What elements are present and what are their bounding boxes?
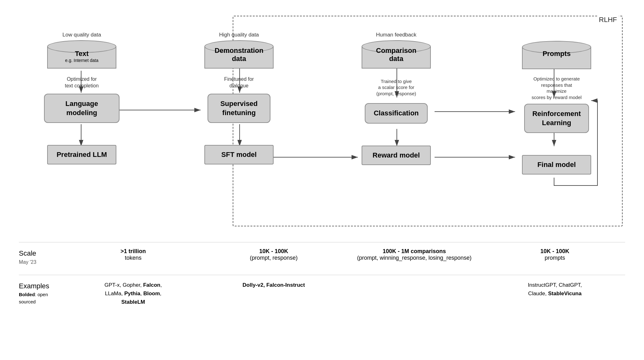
- col1-process-box: Language modeling: [44, 94, 119, 123]
- example-val-1: GPT-x, Gopher, Falcon,LLaMa, Pythia, Blo…: [63, 281, 203, 307]
- examples-row: Examples Bolded: opensourced GPT-x, Goph…: [19, 275, 625, 307]
- col3: Human feedback Comparisondata Trained to…: [355, 31, 437, 165]
- col4-output-box: Final model: [522, 155, 591, 174]
- col3-process-label: Classification: [374, 109, 419, 117]
- examples-values: GPT-x, Gopher, Falcon,LLaMa, Pythia, Blo…: [63, 281, 625, 307]
- col1-cylinder-text: Text: [75, 50, 89, 58]
- col2-above-label: High quality data: [219, 31, 259, 38]
- col2-output-label: SFT model: [221, 151, 257, 158]
- rlhf-label: RLHF: [597, 16, 619, 24]
- scale-val-3: 100K - 1M comparisons(prompt, winning_re…: [344, 248, 485, 261]
- col1-output-label: Pretrained LLM: [57, 151, 107, 158]
- col1: Low quality data Text e.g. Internet data…: [41, 31, 123, 164]
- scale-row: Scale May '23 >1 trilliontokens 10K - 10…: [19, 242, 625, 266]
- col2-arrow-label-container: Finetuned for dialogue: [198, 72, 280, 94]
- scale-val-2: 10K - 100K(prompt, response): [203, 248, 344, 261]
- col3-above-label: Human feedback: [376, 31, 417, 38]
- example-val-2: Dolly-v2, Falcon-Instruct: [203, 281, 344, 289]
- col2-cylinder-text: Demonstrationdata: [214, 47, 263, 63]
- col3-output-box: Reward model: [362, 146, 431, 165]
- col3-arrow-label: Trained to give a scalar score for (prom…: [376, 78, 416, 97]
- col1-output-box: Pretrained LLM: [47, 145, 116, 164]
- col4-cylinder: Prompts: [522, 41, 591, 72]
- col4-process-label: ReinforcementLearning: [532, 110, 581, 127]
- col1-cylinder-subtext: e.g. Internet data: [47, 58, 116, 63]
- col4-output-label: Final model: [537, 161, 576, 169]
- col2-cylinder: Demonstrationdata: [204, 40, 274, 72]
- col2-process-label: Supervisedfinetuning: [220, 100, 258, 117]
- col2-arrow-label: Finetuned for dialogue: [224, 76, 254, 89]
- col3-cylinder-text: Comparisondata: [376, 47, 416, 63]
- col1-process-label: Language modeling: [65, 100, 98, 117]
- example-val-4: InstructGPT, ChatGPT,Claude, StableVicun…: [485, 281, 625, 298]
- scale-values: >1 trilliontokens 10K - 100K(prompt, res…: [63, 248, 625, 261]
- bottom-section: Scale May '23 >1 trilliontokens 10K - 10…: [19, 242, 625, 307]
- col1-above-label: Low quality data: [63, 31, 101, 38]
- col2-process-box: Supervisedfinetuning: [208, 94, 270, 123]
- diagram-container: RLHF: [0, 0, 644, 360]
- col4-arrow-label: Optimized to generate responses that max…: [531, 76, 582, 100]
- col4-arrow-label-container: Optimized to generate responses that max…: [513, 72, 601, 104]
- col2-output-box: SFT model: [204, 145, 274, 164]
- col3-arrow-label-container: Trained to give a scalar score for (prom…: [355, 72, 437, 103]
- col4: Prompts Optimized to generate responses …: [513, 31, 601, 174]
- col2: High quality data Demonstrationdata Fine…: [198, 31, 280, 164]
- scale-label: Scale May '23: [19, 248, 63, 266]
- scale-val-1: >1 trilliontokens: [63, 248, 203, 261]
- examples-label: Examples Bolded: opensourced: [19, 281, 63, 305]
- scale-val-4: 10K - 100Kprompts: [485, 248, 625, 261]
- col1-cylinder: Text e.g. Internet data: [47, 40, 116, 72]
- col1-arrow-label-container: Optimized for text completion: [41, 72, 123, 94]
- col3-process-box: Classification: [365, 103, 428, 124]
- col1-arrow-label: Optimized for text completion: [65, 76, 99, 89]
- col3-output-label: Reward model: [373, 151, 420, 159]
- col3-cylinder: Comparisondata: [362, 40, 431, 72]
- col4-cylinder-text: Prompts: [542, 50, 570, 58]
- col4-process-box: ReinforcementLearning: [524, 104, 589, 133]
